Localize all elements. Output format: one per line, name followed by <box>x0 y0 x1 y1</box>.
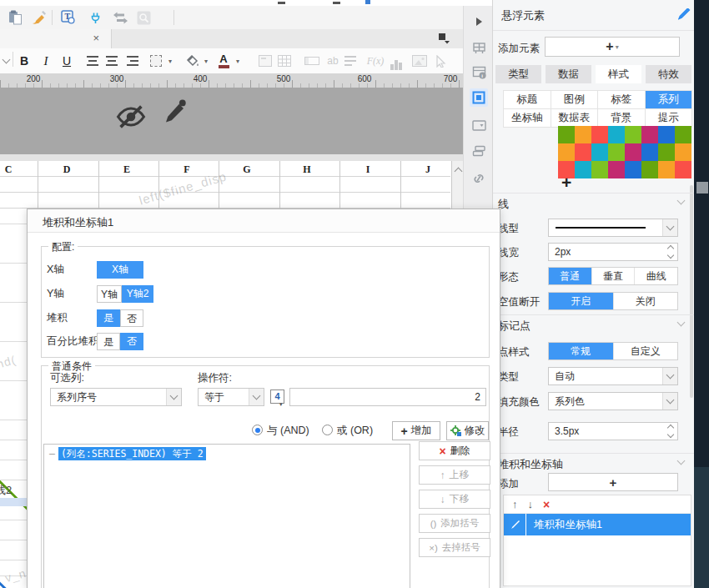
stacked-panels-icon[interactable] <box>470 142 488 160</box>
report-block-icon[interactable] <box>470 38 488 56</box>
chevron-down-icon[interactable] <box>677 319 686 327</box>
and-radio[interactable] <box>252 425 263 435</box>
document-tab[interactable]: × <box>0 29 112 48</box>
underline-button[interactable]: U <box>59 52 74 70</box>
y-axis-1-button[interactable]: Y轴 <box>97 285 122 303</box>
color-swatch[interactable] <box>608 126 625 143</box>
condition-value-input[interactable] <box>289 388 486 406</box>
vertical-scrollbar[interactable] <box>451 161 463 209</box>
column-header[interactable]: G <box>243 163 250 176</box>
point-style-custom-option[interactable]: 自定义 <box>613 343 678 359</box>
line-type-dropdown[interactable] <box>548 219 678 237</box>
move-down-button[interactable]: ↓ 下移 <box>419 490 490 509</box>
chevron-down-icon[interactable] <box>0 52 12 70</box>
null-break-on-option[interactable]: 开启 <box>549 293 613 309</box>
subtab-axis[interactable]: 坐标轴 <box>504 109 551 127</box>
spreadsheet[interactable]: C D E F G H I J left($fine_disp <box>0 161 463 209</box>
line-width-spinner[interactable]: 2px <box>548 243 678 261</box>
y-axis-2-button[interactable]: Y轴2 <box>122 285 153 303</box>
subtab-title[interactable]: 标题 <box>504 91 551 108</box>
column-header[interactable]: J <box>425 163 430 176</box>
color-swatch[interactable] <box>575 161 591 178</box>
stack-axis-list-item[interactable]: 堆积和坐标轴1 <box>504 514 691 535</box>
font-color-caret[interactable]: ▾ <box>234 52 242 70</box>
add-bracket-button[interactable]: () 添加括号 <box>419 514 490 533</box>
color-swatch[interactable] <box>625 161 641 178</box>
italic-button[interactable]: I <box>38 52 53 70</box>
collapse-arrow-icon[interactable] <box>470 13 488 31</box>
column-dropdown[interactable]: 系列序号 <box>50 388 182 406</box>
edit-pencil-icon[interactable] <box>504 514 526 535</box>
add-color-button[interactable]: + <box>561 175 571 190</box>
operator-dropdown[interactable]: 等于 <box>198 388 264 406</box>
subtab-datatable[interactable]: 数据表 <box>551 109 598 127</box>
absolute-layout-icon[interactable] <box>470 88 488 107</box>
dock-icon[interactable] <box>437 32 450 48</box>
color-swatch[interactable] <box>558 143 575 161</box>
color-swatch[interactable] <box>641 161 658 178</box>
column-header[interactable]: H <box>303 163 310 176</box>
fill-color-icon[interactable] <box>185 52 200 70</box>
font-color-icon[interactable]: A <box>217 52 230 70</box>
dialog-titlebar[interactable]: 堆积和坐标轴1 <box>28 209 500 233</box>
hide-eye-icon[interactable] <box>115 103 147 134</box>
color-swatch[interactable] <box>641 126 658 143</box>
color-swatch[interactable] <box>658 143 675 161</box>
paste-icon[interactable] <box>7 9 23 26</box>
or-radio[interactable] <box>322 425 333 435</box>
edit-pencil-icon[interactable] <box>678 8 691 24</box>
color-swatch[interactable] <box>591 143 608 161</box>
subtab-label[interactable]: 标签 <box>598 91 645 108</box>
percent-stack-yes-button[interactable]: 是 <box>97 333 120 350</box>
border-style-caret[interactable]: ▾ <box>166 52 174 70</box>
delete-icon[interactable]: × <box>543 498 550 511</box>
tab-data[interactable]: 数据 <box>546 65 591 83</box>
series-color-palette[interactable] <box>558 126 691 178</box>
condition-list-item[interactable]: — (列名:SERIES_INDEX) 等于 2 <box>49 447 206 460</box>
column-header[interactable]: D <box>63 163 71 176</box>
table-info-icon[interactable]: i <box>470 63 488 81</box>
chevron-down-icon[interactable] <box>677 457 686 465</box>
subtab-background[interactable]: 背景 <box>598 109 645 127</box>
text-search-icon[interactable]: T <box>60 9 77 26</box>
stack-axis-section-header[interactable]: 堆积和坐标轴 <box>498 457 563 472</box>
link-icon[interactable] <box>470 169 488 188</box>
color-swatch[interactable] <box>658 126 675 143</box>
add-condition-button[interactable]: + 增加 <box>392 421 440 440</box>
column-header[interactable]: F <box>184 163 189 176</box>
color-swatch[interactable] <box>591 126 608 143</box>
shape-normal-option[interactable]: 普通 <box>549 268 591 284</box>
marker-type-dropdown[interactable]: 自动 <box>548 367 678 385</box>
subtab-series[interactable]: 系列 <box>646 91 692 108</box>
modify-condition-button[interactable]: 修改 <box>446 421 489 440</box>
spinner-arrows[interactable] <box>664 244 677 260</box>
add-element-button[interactable]: + ▾ <box>545 37 680 57</box>
bold-button[interactable]: B <box>17 52 32 70</box>
column-header[interactable]: E <box>123 163 130 176</box>
panel-scrollbar[interactable] <box>690 185 693 398</box>
tab-effect[interactable]: 特效 <box>646 65 691 83</box>
color-swatch[interactable] <box>558 126 575 143</box>
color-swatch[interactable] <box>675 126 691 143</box>
move-down-icon[interactable]: ↓ <box>528 498 534 510</box>
add-stack-axis-button[interactable]: + <box>548 473 678 491</box>
close-icon[interactable]: × <box>93 32 99 45</box>
param-caret[interactable]: ▾ <box>279 401 283 408</box>
fill-color-dropdown[interactable]: 系列色 <box>548 392 678 410</box>
color-swatch[interactable] <box>658 161 675 178</box>
align-left-icon[interactable] <box>85 52 100 70</box>
shape-curve-option[interactable]: 曲线 <box>634 268 677 284</box>
color-swatch[interactable] <box>625 126 641 143</box>
subtab-tooltip[interactable]: 提示 <box>646 109 692 127</box>
color-swatch[interactable] <box>591 161 608 178</box>
color-swatch[interactable] <box>608 143 625 161</box>
edit-pencil-icon[interactable] <box>163 98 189 132</box>
remove-bracket-button[interactable]: ×) 去掉括号 <box>419 538 490 557</box>
shape-vertical-option[interactable]: 垂直 <box>591 268 635 284</box>
format-painter-icon[interactable] <box>30 9 47 26</box>
align-center-icon[interactable] <box>104 52 119 70</box>
tab-type[interactable]: 类型 <box>495 65 541 83</box>
marker-section-header[interactable]: 标记点 <box>498 319 530 334</box>
border-style-icon[interactable] <box>149 52 163 70</box>
tab-style[interactable]: 样式 <box>596 65 641 83</box>
